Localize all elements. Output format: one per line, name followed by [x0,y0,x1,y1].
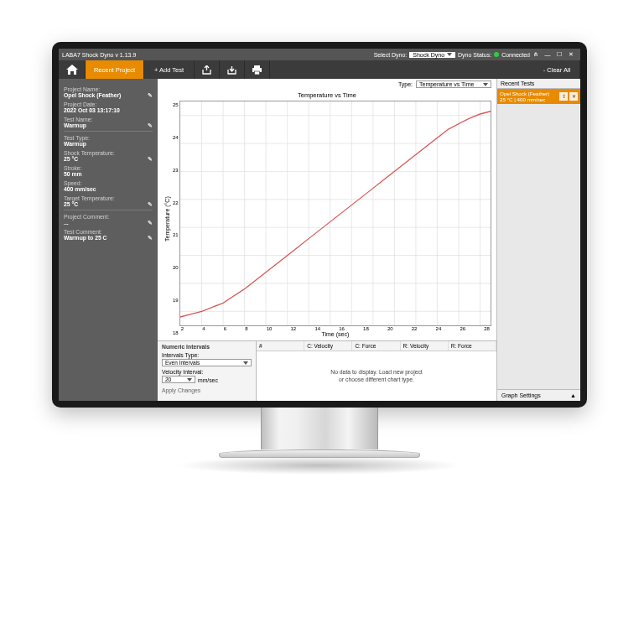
stroke: 50 mm [64,171,82,177]
edit-icon[interactable]: ✎ [148,235,153,242]
svg-rect-2 [255,71,260,75]
col-r-velocity[interactable]: R: Velocity [401,341,449,351]
speed: 400 mm/sec [64,186,96,192]
status-indicator-icon [494,52,499,57]
edit-icon[interactable]: ✎ [148,122,153,129]
test-name: Warmup [64,122,86,128]
edit-icon[interactable]: ✎ [148,92,153,99]
add-test-button[interactable]: + Add Test [144,60,195,79]
velocity-interval-input[interactable]: 20 [162,376,195,383]
chart-type-dropdown[interactable]: Temperature vs Time [416,80,491,88]
dyno-status-label: Dyno Status: [458,52,491,58]
x-axis-label: Time (sec) [179,331,491,337]
col-index[interactable]: # [257,341,304,351]
shock-temperature: 25 °C [64,156,78,162]
app-title: LABA7 Shock Dyno v 1.13.9 [62,52,136,58]
col-c-velocity[interactable]: C: Velocity [304,341,352,351]
recent-tests-header: Recent Tests [497,79,580,89]
apply-changes: Apply Changes [162,387,252,393]
data-table: # C: Velocity C: Force R: Velocity R: Fo… [257,341,496,401]
chevron-down-icon [447,53,452,56]
edit-icon[interactable]: ✎ [148,220,153,226]
chevron-down-icon [243,361,248,365]
export-test-icon[interactable]: ⇪ [559,92,568,101]
numeric-intervals-panel: Numeric Intervals Intervals Type: Even I… [158,341,257,401]
svg-rect-0 [254,65,260,68]
chart-title: Temperature vs Time [298,91,356,99]
chevron-down-icon [483,83,488,86]
test-type: Warmup [64,141,86,147]
clear-all-button[interactable]: - Clear All [534,60,580,79]
chart-type-label: Type: [398,81,413,87]
edit-icon[interactable]: ✎ [148,201,153,208]
maximize-button[interactable]: ☐ [553,51,565,58]
print-button[interactable] [245,60,270,79]
chevron-up-icon: ▲ [570,392,576,398]
import-button[interactable] [220,60,245,79]
close-button[interactable]: ✕ [565,51,577,58]
select-dyno-label: Select Dyno: [374,52,408,58]
home-button[interactable] [59,60,86,79]
y-axis-label: Temperature (°C) [163,101,172,337]
test-comment: Warmup to 25 C [64,235,106,241]
recent-test-item[interactable]: Opel Shock (Feather)25 °C | 400 mm/sec ⇪… [497,89,580,104]
edit-icon[interactable]: ✎ [148,156,153,163]
project-name: Opel Shock (Feather) [64,92,121,98]
project-date: 2022 Oct 03 13:17:10 [64,107,120,113]
chevron-down-icon [187,378,192,382]
usb-icon: ⋔ [533,51,538,58]
table-empty-message: No data to display. Load new projector c… [257,351,496,401]
minimize-button[interactable]: — [542,52,553,58]
recent-project-button[interactable]: Recent Project [86,60,144,79]
intervals-type-dropdown[interactable]: Even Intervals [162,359,252,366]
select-dyno-dropdown[interactable]: Shock Dyno [409,52,455,58]
chart-plot [179,101,491,326]
target-temperature: 25 °C [64,201,78,207]
export-button[interactable] [195,60,220,79]
col-r-force[interactable]: R: Force [449,341,496,351]
project-comment: ... [64,220,69,226]
col-c-force[interactable]: C: Force [352,341,400,351]
delete-test-icon[interactable]: ✕ [569,92,578,101]
y-axis-ticks: 2524232221201918 [172,101,179,337]
toolbar: Recent Project + Add Test - Clear All [59,60,580,79]
graph-settings-toggle[interactable]: Graph Settings▲ [497,389,580,401]
titlebar: LABA7 Shock Dyno v 1.13.9 Select Dyno: S… [59,49,580,60]
sidebar: Project Name: Opel Shock (Feather)✎ Proj… [59,79,158,401]
dyno-status-value: Connected [501,52,530,58]
